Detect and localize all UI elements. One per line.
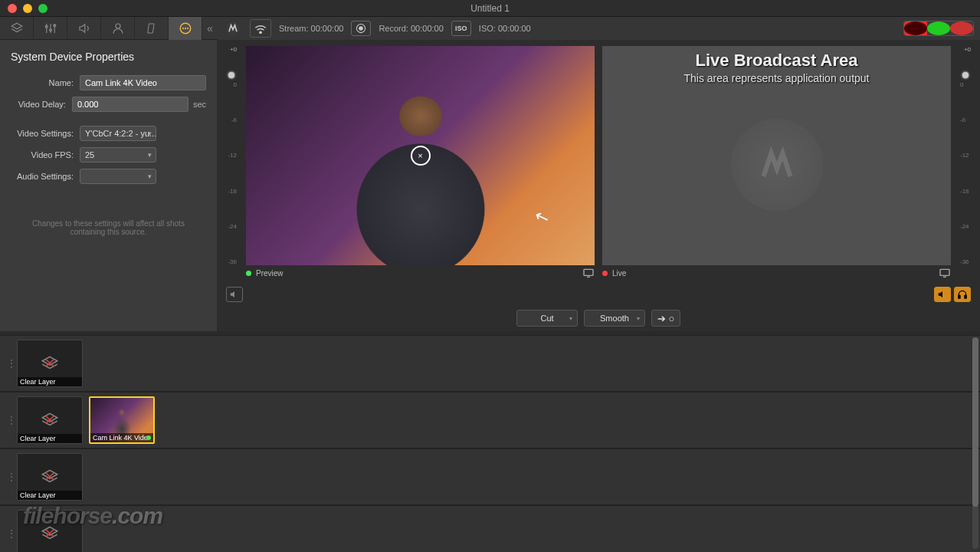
collapse-panel-button[interactable]: «: [202, 17, 218, 40]
status-light-red: [904, 21, 927, 35]
fps-dropdown[interactable]: 25: [80, 147, 156, 163]
delay-unit: sec: [188, 100, 206, 109]
more-circle-icon: [179, 21, 192, 35]
shot-thumb-clear[interactable]: Clear Layer: [17, 340, 83, 387]
layer-drag-handle[interactable]: ⋮⋮: [6, 469, 11, 485]
tab-participants[interactable]: [101, 17, 135, 40]
svg-point-15: [260, 31, 261, 33]
shot-label: Clear Layer: [18, 491, 82, 500]
titlebar: Untitled 1: [0, 0, 980, 17]
preview-audio-toggle[interactable]: [226, 287, 243, 302]
close-window-button[interactable]: [8, 4, 17, 13]
svg-marker-32: [42, 470, 57, 478]
zoom-window-button[interactable]: [38, 4, 48, 13]
name-label: Name:: [11, 78, 80, 87]
watermark: filehorse.com: [23, 503, 162, 529]
preview-monitor-button[interactable]: [582, 268, 595, 278]
svg-marker-29: [42, 413, 57, 422]
audio-meter-left: +0 0 -6 -12 -18 -24 -36: [225, 46, 238, 281]
preview-status-dot: [246, 271, 251, 276]
layer-row: ⋮⋮Clear LayerCam Link 4K Vide: [0, 392, 980, 449]
svg-marker-22: [231, 291, 234, 297]
audio-settings-label: Audio Settings:: [11, 172, 80, 181]
layer-row: ⋮⋮Clear Layer: [0, 449, 980, 505]
tab-source-properties[interactable]: [169, 17, 202, 40]
svg-marker-26: [42, 356, 57, 365]
wifi-icon[interactable]: [250, 19, 271, 38]
app-logo-icon: [224, 19, 242, 38]
iso-button[interactable]: ISO: [451, 21, 471, 36]
transition-bar: Cut Smooth ➔ ○: [217, 305, 980, 331]
clear-layer-icon: [40, 410, 60, 430]
live-monitor-button[interactable]: [939, 268, 951, 278]
main-toolbar: « Stream: 00:00:00 Record: 00:00:00 ISO …: [0, 17, 980, 40]
preview-canvas[interactable]: × ↖: [246, 46, 595, 265]
panel-title: System Device Properties: [11, 51, 206, 63]
video-settings-dropdown[interactable]: Y'CbCr 4:2:2 - yu...: [80, 126, 156, 141]
window-controls: [0, 4, 48, 13]
layer-drag-handle[interactable]: ⋮⋮: [6, 412, 11, 428]
cursor-icon: ↖: [532, 205, 552, 229]
clear-layer-icon: [40, 353, 60, 373]
live-audio-toggle[interactable]: [934, 287, 951, 302]
layer-drag-handle[interactable]: ⋮⋮: [6, 526, 11, 541]
svg-point-13: [187, 28, 188, 28]
tab-adjustments[interactable]: [34, 17, 67, 40]
record-icon: [356, 23, 366, 34]
person-icon: [111, 21, 125, 35]
svg-rect-20: [940, 269, 949, 275]
video-delay-input[interactable]: [72, 97, 188, 112]
transition-cut-dropdown[interactable]: Cut: [516, 310, 578, 327]
shot-thumb-clear[interactable]: Clear Layer: [17, 453, 83, 501]
sliders-icon: [44, 21, 57, 35]
meter-slider-left[interactable]: [228, 72, 234, 78]
svg-rect-9: [147, 24, 153, 33]
document-title: Untitled 1: [470, 3, 510, 14]
svg-marker-0: [11, 23, 22, 29]
live-canvas: Live Broadcast Area This area represents…: [602, 46, 951, 265]
layer-drag-handle[interactable]: ⋮⋮: [6, 356, 11, 371]
close-overlay-button[interactable]: ×: [411, 146, 431, 166]
layer-row: ⋮⋮Clear Layer: [0, 335, 980, 392]
svg-point-17: [359, 26, 364, 31]
source-properties-panel: System Device Properties Name: Video Del…: [0, 40, 217, 331]
svg-point-11: [182, 28, 183, 28]
svg-marker-23: [939, 291, 942, 297]
record-button[interactable]: [351, 21, 371, 36]
live-indicator-dot: [146, 435, 151, 440]
shot-label: Clear Layer: [18, 434, 82, 443]
transition-go-button[interactable]: ➔ ○: [651, 310, 680, 327]
svg-marker-7: [80, 24, 85, 32]
layers-scrollbar[interactable]: [972, 337, 978, 549]
status-light-green: [927, 21, 950, 35]
svg-rect-24: [959, 295, 960, 298]
status-light-red2: [950, 21, 973, 35]
name-input[interactable]: [80, 75, 206, 90]
live-area-title: Live Broadcast Area: [696, 51, 858, 71]
video-settings-label: Video Settings:: [11, 129, 80, 138]
delay-label: Video Delay:: [11, 100, 72, 109]
layers-icon: [10, 21, 24, 35]
shot-label: Clear Layer: [18, 377, 82, 386]
live-status-dot: [602, 271, 608, 276]
transition-smooth-dropdown[interactable]: Smooth: [584, 310, 645, 327]
speaker-icon: [77, 21, 91, 35]
live-logo-icon: [731, 119, 823, 211]
stream-label: Stream: 00:00:00: [279, 24, 343, 33]
shot-thumb-clear[interactable]: Clear Layer: [17, 396, 83, 444]
status-indicator: [903, 21, 974, 36]
tab-audio[interactable]: [67, 17, 101, 40]
live-label: Live: [612, 269, 626, 278]
minimize-window-button[interactable]: [23, 4, 32, 13]
audio-settings-dropdown[interactable]: [80, 169, 156, 184]
preview-panel: × ↖ Preview: [246, 46, 595, 281]
headphone-toggle[interactable]: [954, 287, 971, 302]
tab-device[interactable]: [135, 17, 169, 40]
live-panel: Live Broadcast Area This area represents…: [602, 46, 951, 281]
preview-live-area: +0 0 -6 -12 -18 -24 -36 × ↖: [217, 40, 980, 331]
meter-slider-right[interactable]: [962, 72, 969, 78]
shot-thumb-camera[interactable]: Cam Link 4K Vide: [89, 396, 155, 444]
settings-note: Changes to these settings will affect al…: [11, 219, 206, 236]
fps-label: Video FPS:: [11, 150, 80, 159]
tab-layers[interactable]: [0, 17, 34, 40]
